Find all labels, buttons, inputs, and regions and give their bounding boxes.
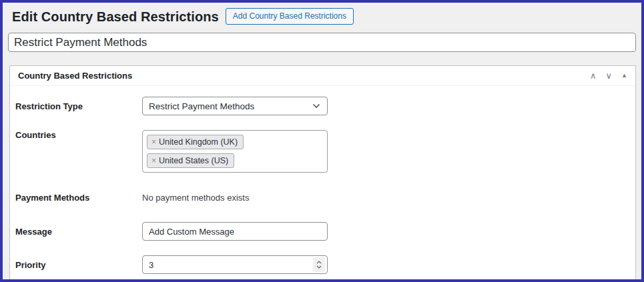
page-header: Edit Country Based Restrictions Add Coun… — [3, 3, 641, 25]
country-tag-label: United States (US) — [159, 156, 228, 165]
post-title-input[interactable] — [8, 33, 636, 52]
restriction-type-selected-value: Restrict Payment Methods — [149, 101, 254, 111]
message-row: Message — [15, 222, 627, 241]
message-input[interactable] — [142, 222, 328, 241]
priority-input[interactable] — [142, 255, 328, 274]
admin-page: Edit Country Based Restrictions Add Coun… — [0, 0, 644, 282]
remove-tag-icon[interactable]: × — [151, 137, 156, 147]
priority-label: Priority — [15, 260, 142, 270]
countries-label: Countries — [15, 130, 142, 140]
page-title: Edit Country Based Restrictions — [12, 9, 219, 25]
metabox-handles: ∧ ∨ ▲ — [590, 71, 627, 80]
metabox-header: Country Based Restrictions ∧ ∨ ▲ — [10, 66, 635, 86]
country-tag-label: United Kingdom (UK) — [159, 137, 238, 147]
add-country-based-restrictions-button[interactable]: Add Country Based Restrictions — [226, 8, 354, 25]
restriction-type-row: Restriction Type Restrict Payment Method… — [15, 97, 627, 115]
restriction-type-select[interactable]: Restrict Payment Methods — [142, 97, 328, 115]
payment-methods-row: Payment Methods No payment methods exist… — [15, 193, 627, 203]
metabox-body: Restriction Type Restrict Payment Method… — [10, 86, 635, 282]
number-stepper[interactable] — [313, 257, 325, 272]
country-tag: × United States (US) — [147, 153, 234, 168]
metabox-title: Country Based Restrictions — [18, 71, 132, 81]
toggle-panel-icon[interactable]: ▲ — [621, 73, 627, 79]
priority-row: Priority — [15, 255, 627, 274]
payment-methods-label: Payment Methods — [15, 193, 142, 203]
countries-multiselect[interactable]: × United Kingdom (UK) × United States (U… — [142, 130, 328, 173]
priority-number-field — [142, 255, 328, 274]
move-up-icon[interactable]: ∧ — [590, 71, 597, 80]
stepper-up-icon — [316, 261, 322, 264]
restriction-type-label: Restriction Type — [15, 101, 142, 111]
message-label: Message — [15, 227, 142, 237]
move-down-icon[interactable]: ∨ — [606, 71, 613, 80]
country-based-restrictions-metabox: Country Based Restrictions ∧ ∨ ▲ Restric… — [9, 65, 636, 282]
payment-methods-status: No payment methods exists — [142, 193, 249, 203]
stepper-down-icon — [316, 265, 322, 269]
chevron-down-icon — [312, 103, 320, 109]
countries-row: Countries × United Kingdom (UK) × United… — [15, 130, 627, 173]
remove-tag-icon[interactable]: × — [151, 156, 156, 165]
country-tag: × United Kingdom (UK) — [147, 135, 244, 149]
